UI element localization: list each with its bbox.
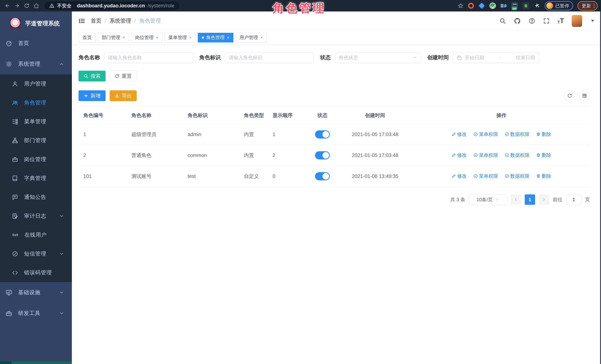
header-search-icon[interactable] bbox=[499, 18, 506, 24]
menu-permission-link[interactable]: 菜单权限 bbox=[473, 152, 498, 158]
fullscreen-icon[interactable] bbox=[543, 18, 550, 24]
help-icon[interactable] bbox=[529, 18, 535, 24]
delete-link[interactable]: 删除 bbox=[536, 131, 551, 138]
add-button[interactable]: 新增 bbox=[79, 90, 106, 101]
tab-close-icon[interactable]: × bbox=[156, 35, 158, 40]
breadcrumb-home[interactable]: 首页 bbox=[91, 17, 101, 25]
reset-button[interactable]: 重置 bbox=[110, 71, 137, 81]
sidebar-item-posts[interactable]: 岗位管理 bbox=[0, 150, 72, 169]
tab-menus[interactable]: 菜单管理 × bbox=[164, 33, 196, 42]
table-columns-settings-button[interactable] bbox=[579, 90, 590, 101]
collapse-sidebar-icon[interactable] bbox=[79, 18, 85, 24]
cell-created: 2021-01-05 17:03:48 bbox=[337, 145, 413, 166]
sidebar-item-menus[interactable]: 菜单管理 bbox=[0, 112, 72, 131]
browser-reload-button[interactable] bbox=[23, 2, 31, 10]
menu-permission-link[interactable]: 菜单权限 bbox=[473, 173, 498, 179]
next-page-button[interactable] bbox=[539, 194, 549, 205]
tab-close-icon[interactable]: × bbox=[122, 35, 125, 40]
table-refresh-button[interactable] bbox=[564, 90, 575, 101]
menu-permission-link[interactable]: 菜单权限 bbox=[473, 131, 498, 138]
extension-icon-duo[interactable] bbox=[500, 2, 507, 9]
sidebar-item-label: 系统管理 bbox=[18, 60, 40, 68]
cell-role-key: admin bbox=[183, 124, 239, 145]
user-avatar[interactable] bbox=[572, 15, 582, 27]
sidebar-item-departments[interactable]: 部门管理 bbox=[0, 131, 72, 150]
sidebar-item-dev-tools[interactable]: 研发工具 bbox=[0, 303, 72, 324]
page-size-select[interactable]: 10条/页 bbox=[469, 194, 507, 205]
sidebar-item-label: 短信管理 bbox=[24, 250, 46, 257]
sidebar-item-users[interactable]: 用户管理 bbox=[0, 74, 72, 93]
status-toggle[interactable] bbox=[315, 130, 330, 138]
address-bar[interactable]: 不安全 dashboard.yudao.iocoder.cn /system/r… bbox=[44, 2, 179, 10]
tab-roles[interactable]: 角色管理 × bbox=[198, 33, 233, 42]
bookmark-star-icon[interactable] bbox=[458, 3, 464, 9]
breadcrumb-system[interactable]: 系统管理 bbox=[110, 17, 131, 25]
browser-profile[interactable]: 已暂停 bbox=[545, 1, 573, 10]
status-toggle[interactable] bbox=[315, 172, 330, 180]
app-logo-row[interactable]: 芋道管理系统 bbox=[0, 11, 72, 33]
goto-label: 前往 bbox=[553, 197, 562, 203]
browser-forward-button[interactable] bbox=[13, 2, 21, 10]
data-permission-link[interactable]: 数据权限 bbox=[505, 131, 530, 138]
sidebar-item-system[interactable]: 系统管理 bbox=[0, 54, 72, 74]
extension-icon-green-check[interactable] bbox=[490, 3, 496, 9]
sidebar-item-sms[interactable]: 短信管理 bbox=[0, 244, 72, 263]
sidebar-item-online-users[interactable]: 0x0 在线用户 bbox=[0, 226, 72, 244]
edit-link[interactable]: 修改 bbox=[451, 131, 467, 138]
sidebar-item-label: 部门管理 bbox=[24, 137, 46, 144]
sidebar-item-infrastructure[interactable]: 基础设施 bbox=[0, 282, 72, 303]
goto-page-input[interactable] bbox=[566, 194, 581, 205]
export-button[interactable]: 导出 bbox=[110, 90, 137, 101]
circle-check-icon bbox=[473, 132, 478, 137]
data-permission-link[interactable]: 数据权限 bbox=[505, 173, 530, 179]
browser-menu-icon[interactable] bbox=[594, 4, 594, 8]
extension-icon-orange-ring[interactable] bbox=[468, 3, 474, 9]
sidebar-item-roles[interactable]: 角色管理 bbox=[0, 93, 72, 112]
role-name-input[interactable] bbox=[104, 52, 193, 63]
sidebar-item-error-codes[interactable]: 错误码管理 bbox=[0, 263, 72, 282]
avatar-caret-icon[interactable] bbox=[591, 20, 594, 22]
browser-home-button[interactable] bbox=[32, 2, 40, 10]
column-header-sort: 显示顺序 bbox=[268, 107, 308, 124]
browser-update-button[interactable]: 更新 bbox=[578, 1, 598, 10]
sidebar-item-audit-log[interactable]: 审计日志 bbox=[0, 207, 72, 226]
extensions-puzzle-icon[interactable] bbox=[534, 2, 540, 9]
circle-check-icon bbox=[473, 174, 478, 178]
edit-link[interactable]: 修改 bbox=[451, 152, 467, 158]
sidebar-item-dictionary[interactable]: 字典管理 bbox=[0, 169, 72, 188]
extension-on-badge: on bbox=[512, 7, 517, 10]
status-select[interactable]: 角色状态 bbox=[335, 52, 421, 63]
forward-icon bbox=[14, 3, 20, 9]
role-key-input[interactable] bbox=[225, 52, 314, 63]
sidebar-item-announcements[interactable]: 通知公告 bbox=[0, 188, 72, 207]
tab-departments[interactable]: 部门管理 × bbox=[98, 33, 129, 42]
browser-back-button[interactable] bbox=[3, 2, 11, 10]
create-time-range-picker[interactable]: 开始日期 - 结束日期 bbox=[453, 52, 539, 63]
tab-home[interactable]: 首页 bbox=[79, 33, 96, 42]
font-size-icon[interactable]: TT bbox=[558, 18, 564, 24]
status-toggle[interactable] bbox=[315, 151, 330, 159]
extension-icon-blue-gem[interactable] bbox=[478, 2, 485, 9]
tab-close-icon[interactable]: × bbox=[227, 35, 230, 40]
extension-icon-translate[interactable]: on bbox=[511, 2, 518, 9]
extension-icon-sprout[interactable] bbox=[522, 2, 529, 9]
cell-role-type: 内置 bbox=[239, 145, 268, 166]
menu-tree-icon bbox=[12, 118, 18, 125]
refresh-icon bbox=[115, 74, 120, 79]
search-button[interactable]: 搜索 bbox=[79, 71, 106, 81]
github-icon[interactable] bbox=[514, 17, 521, 24]
prev-page-button[interactable] bbox=[511, 194, 521, 205]
table-toolbar: 新增 导出 bbox=[79, 90, 590, 101]
delete-link[interactable]: 删除 bbox=[536, 173, 551, 179]
tab-posts[interactable]: 岗位管理 × bbox=[131, 33, 162, 42]
create-time-label: 创建时间 bbox=[427, 54, 449, 61]
tab-users[interactable]: 用户管理 × bbox=[236, 33, 267, 42]
tab-close-icon[interactable]: × bbox=[260, 35, 263, 40]
cell-created: 2021-01-05 17:03:48 bbox=[337, 124, 413, 145]
data-permission-link[interactable]: 数据权限 bbox=[505, 152, 530, 158]
tab-close-icon[interactable]: × bbox=[189, 35, 192, 40]
delete-link[interactable]: 删除 bbox=[536, 152, 551, 158]
edit-link[interactable]: 修改 bbox=[451, 173, 467, 179]
sidebar-item-home[interactable]: 首页 bbox=[0, 33, 72, 54]
page-1-button[interactable]: 1 bbox=[525, 194, 535, 205]
